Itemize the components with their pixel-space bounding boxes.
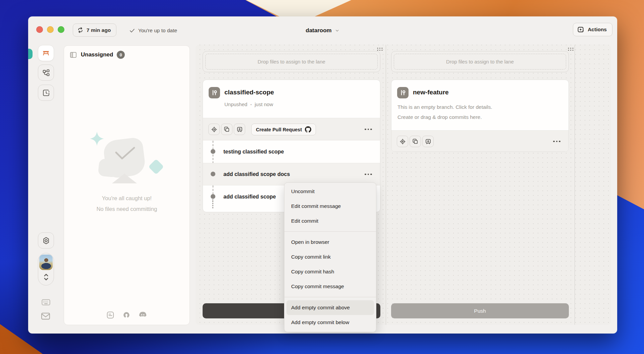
new-dependent-branch-button[interactable] <box>422 136 434 147</box>
last-commit-time: just now <box>255 101 273 107</box>
feedback-icon[interactable] <box>106 311 115 319</box>
unassigned-header[interactable]: Unassigned 0 <box>69 51 125 59</box>
branch-overflow-menu-button[interactable] <box>363 124 374 135</box>
checkmark-glyph <box>113 146 137 163</box>
keyboard-shortcuts-button[interactable] <box>41 298 51 306</box>
commit-row[interactable]: add classified scope docs <box>203 163 380 185</box>
actions-label: Actions <box>588 27 607 33</box>
user-avatar <box>39 255 53 270</box>
duplicate-button[interactable] <box>221 124 232 135</box>
commit-overflow-menu-button[interactable] <box>363 169 374 180</box>
pin-target-button[interactable] <box>397 136 408 147</box>
project-selector[interactable]: dataroom <box>306 16 339 45</box>
branch-name: classified-scope <box>224 89 274 96</box>
unassigned-count-badge: 0 <box>117 51 125 59</box>
drop-files-zone[interactable]: Drop files to assign to the lane <box>203 51 380 72</box>
sidebar-tab-branches[interactable] <box>38 64 54 81</box>
project-name: dataroom <box>306 27 331 34</box>
menu-item-add-empty-commit-above[interactable]: Add empty commit above <box>286 300 374 315</box>
lane-divider <box>386 45 386 325</box>
empty-branch-line2: Create or drag & drop commits here. <box>397 112 492 122</box>
menu-item-uncommit[interactable]: Uncommit <box>286 184 374 199</box>
chevron-down-icon <box>335 28 340 33</box>
left-rail <box>28 45 64 334</box>
empty-state-illustration <box>90 130 164 188</box>
zoom-window-button[interactable] <box>58 26 64 33</box>
uptodate-label: You're up to date <box>138 28 177 34</box>
push-label: Push <box>474 308 486 314</box>
sync-status-button[interactable]: 7 min ago <box>73 24 116 37</box>
menu-item-edit-commit-message[interactable]: Edit commit message <box>286 199 374 214</box>
menu-item-edit-commit[interactable]: Edit commit <box>286 214 374 228</box>
unassigned-title: Unassigned <box>81 51 113 58</box>
new-dependent-branch-button[interactable] <box>234 124 245 135</box>
open-source-icon[interactable] <box>122 311 131 319</box>
profile-switcher[interactable] <box>38 253 54 285</box>
history-icon <box>42 89 50 97</box>
actions-icon <box>577 26 585 33</box>
chevron-up-down-icon <box>42 271 50 283</box>
minimize-window-button[interactable] <box>47 26 54 33</box>
branch-card-new-feature[interactable]: new-feature This is an empty branch. Cli… <box>391 80 569 152</box>
panel-footer <box>64 311 190 319</box>
sidebar-tab-workspace[interactable] <box>38 45 54 61</box>
push-status: Unpushed <box>224 101 247 107</box>
drawer-handle[interactable] <box>28 49 33 59</box>
menu-item-copy-commit-link[interactable]: Copy commit link <box>286 250 374 264</box>
commit-message: testing classified scope <box>223 149 284 155</box>
sidebar-tab-history[interactable] <box>38 85 54 101</box>
branch-badge-icon <box>397 87 409 98</box>
duplicate-button[interactable] <box>410 136 421 147</box>
menu-divider <box>284 231 376 232</box>
pin-target-button[interactable] <box>208 124 220 135</box>
lane-drag-handle[interactable] <box>568 47 574 51</box>
branch-action-row: Create Pull Request <box>203 118 380 140</box>
menu-item-open-in-browser[interactable]: Open in browser <box>286 235 374 250</box>
menu-item-add-empty-commit-below[interactable]: Add empty commit below <box>286 315 374 330</box>
branch-meta: Unpushed • just now <box>224 101 273 107</box>
sparkle-icon <box>90 132 104 146</box>
commit-message: add classified scope docs <box>223 171 290 177</box>
gear-icon <box>42 236 50 245</box>
github-icon <box>305 126 311 133</box>
ellipsis-icon <box>365 174 372 175</box>
meta-separator: • <box>250 102 252 106</box>
drop-files-hint: Drop files to assign to the lane <box>205 54 378 70</box>
create-pr-label: Create Pull Request <box>256 127 302 132</box>
commit-context-menu: Uncommit Edit commit message Edit commit… <box>284 182 376 332</box>
menu-item-copy-commit-message[interactable]: Copy commit message <box>286 279 374 294</box>
mail-icon <box>41 312 51 320</box>
lanes-canvas: Drop files to assign to the lane classif… <box>196 45 611 325</box>
push-button[interactable]: Push <box>391 303 569 318</box>
diamond-icon <box>148 159 164 175</box>
empty-branch-description: This is an empty branch. Click for detai… <box>397 102 492 122</box>
lane-drag-handle[interactable] <box>377 47 383 51</box>
lane-divider <box>575 45 575 325</box>
menu-divider <box>284 297 376 297</box>
menu-item-copy-commit-hash[interactable]: Copy commit hash <box>286 264 374 279</box>
drop-files-zone[interactable]: Drop files to assign to the lane <box>391 51 569 72</box>
empty-branch-line1: This is an empty branch. Click for detai… <box>397 102 492 112</box>
branch-name: new-feature <box>413 89 449 96</box>
actions-button[interactable]: Actions <box>573 23 612 36</box>
create-pull-request-button[interactable]: Create Pull Request <box>251 124 316 135</box>
drop-files-hint: Drop files to assign to the lane <box>394 54 566 70</box>
mail-button[interactable] <box>41 312 51 320</box>
ellipsis-icon <box>553 141 560 142</box>
uptodate-status: You're up to date <box>129 16 177 45</box>
discord-icon[interactable] <box>138 311 148 319</box>
close-window-button[interactable] <box>36 26 43 33</box>
branch-action-row <box>391 130 569 151</box>
branch-badge-icon <box>209 87 220 98</box>
commit-dot-icon <box>211 149 215 154</box>
settings-button[interactable] <box>38 232 54 249</box>
commit-row[interactable]: testing classified scope <box>203 140 380 163</box>
unassigned-panel: Unassigned 0 You're all caught up! No fi… <box>64 45 190 325</box>
workbench-icon <box>42 49 50 57</box>
app-window: 7 min ago You're up to date dataroom A <box>28 16 617 334</box>
sync-time-label: 7 min ago <box>87 27 111 33</box>
keyboard-icon <box>41 298 51 306</box>
branch-overflow-menu-button[interactable] <box>551 136 562 147</box>
split-panel-icon <box>69 51 77 59</box>
sync-icon <box>77 27 84 33</box>
